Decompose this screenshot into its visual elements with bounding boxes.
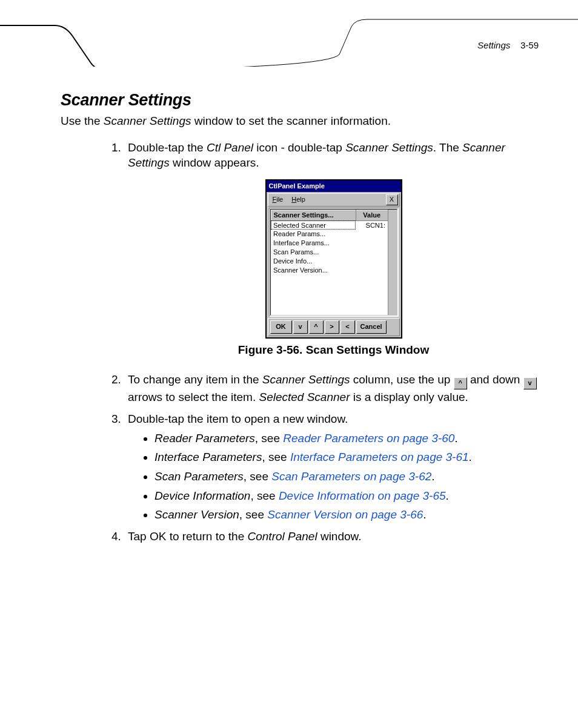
xref-link[interactable]: Reader Parameters on page 3-60 — [283, 432, 454, 445]
inline-up-icon: ^ — [454, 377, 467, 389]
page-title: Scanner Settings — [61, 91, 539, 110]
button-bar: OK v ^ > < Cancel — [268, 318, 400, 336]
bullet-item: Scanner Version, see Scanner Version on … — [154, 507, 539, 523]
bullet-item: Reader Parameters, see Reader Parameters… — [154, 431, 539, 446]
ctlpanel-window: CtlPanel Example File Help X Scanner Set… — [265, 179, 402, 339]
cancel-button[interactable]: Cancel — [356, 320, 387, 334]
table-row[interactable]: Scanner Version... — [271, 266, 388, 275]
header-section: Settings — [477, 40, 510, 50]
step-4: Tap OK to return to the Control Panel wi… — [124, 529, 539, 544]
left-button[interactable]: < — [340, 320, 355, 334]
table-row[interactable]: Interface Params... — [271, 239, 388, 248]
step-1: Double-tap the Ctl Panel icon - double-t… — [124, 140, 539, 358]
window-titlebar: CtlPanel Example — [267, 180, 401, 192]
step-2: To change any item in the Scanner Settin… — [124, 372, 539, 405]
xref-link[interactable]: Scan Parameters on page 3-62 — [271, 470, 431, 483]
list-area: Scanner Settings... Value Selected Scann… — [269, 208, 399, 317]
header-page: 3-59 — [520, 40, 539, 50]
xref-link[interactable]: Scanner Version on page 3-66 — [267, 508, 423, 521]
down-button[interactable]: v — [293, 320, 308, 334]
xref-link[interactable]: Device Information on page 3-65 — [279, 489, 446, 502]
table-row[interactable]: Selected ScannerSCN1: — [271, 220, 388, 230]
table-row[interactable]: Scan Params... — [271, 248, 388, 257]
bullet-item: Interface Parameters, see Interface Para… — [154, 449, 539, 465]
inline-down-icon: v — [523, 377, 537, 389]
bullet-item: Device Information, see Device Informati… — [154, 488, 539, 504]
page-header: Settings 3-59 — [477, 40, 539, 50]
table-row[interactable]: Reader Params... — [271, 230, 388, 239]
col-header-settings[interactable]: Scanner Settings... — [271, 210, 356, 220]
figure-caption: Figure 3-56. Scan Settings Window — [128, 342, 539, 358]
col-header-value[interactable]: Value — [356, 210, 388, 220]
up-button[interactable]: ^ — [309, 320, 324, 334]
bullet-item: Scan Parameters, see Scan Parameters on … — [154, 469, 539, 485]
menu-file[interactable]: File — [268, 194, 288, 205]
right-button[interactable]: > — [325, 320, 339, 334]
table-row[interactable]: Device Info... — [271, 257, 388, 266]
settings-table: Scanner Settings... Value Selected Scann… — [271, 210, 388, 275]
menu-help[interactable]: Help — [287, 194, 310, 205]
xref-link[interactable]: Interface Parameters on page 3-61 — [290, 451, 469, 463]
intro-paragraph: Use the Scanner Settings window to set t… — [61, 113, 539, 129]
close-button[interactable]: X — [386, 194, 398, 205]
step-3: Double-tap the item to open a new window… — [124, 411, 539, 523]
menubar: File Help X — [268, 193, 400, 207]
scrollbar[interactable] — [388, 210, 397, 315]
ok-button[interactable]: OK — [270, 320, 292, 334]
